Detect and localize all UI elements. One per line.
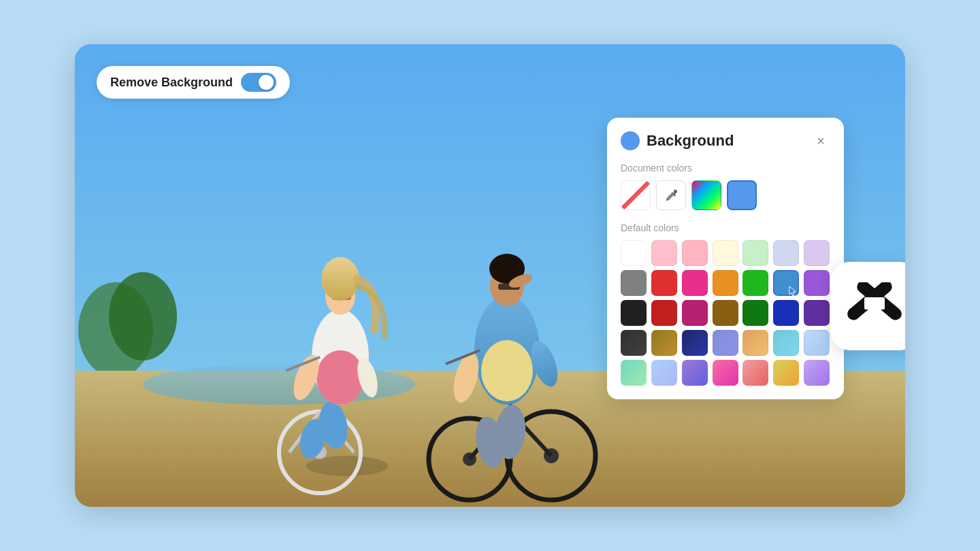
panel-header: Background ×: [621, 131, 830, 150]
color-grid-swatch-14[interactable]: [621, 300, 647, 326]
color-grid-swatch-27[interactable]: [804, 330, 830, 356]
svg-point-30: [481, 340, 533, 401]
panel-title: Background: [647, 132, 734, 150]
background-color-panel: Background × Document colors Default col…: [607, 118, 844, 399]
close-button[interactable]: ×: [811, 131, 830, 150]
color-grid-swatch-9[interactable]: [682, 270, 708, 296]
color-grid-swatch-3[interactable]: [713, 240, 738, 266]
svg-point-13: [316, 350, 364, 405]
color-grid-swatch-30[interactable]: [682, 360, 708, 386]
capcut-logo-icon: [844, 282, 905, 330]
color-grid-swatch-4[interactable]: [742, 240, 768, 266]
panel-title-group: Background: [621, 131, 734, 150]
color-grid-swatch-25[interactable]: [742, 330, 768, 356]
main-card: Remove Background Background × Document …: [75, 44, 905, 507]
toggle-switch[interactable]: [241, 73, 276, 92]
color-grid-swatch-31[interactable]: [713, 360, 738, 386]
color-grid-swatch-5[interactable]: [773, 240, 799, 266]
svg-rect-41: [864, 297, 885, 310]
toggle-knob: [259, 75, 274, 90]
color-grid-swatch-32[interactable]: [742, 360, 768, 386]
color-grid-swatch-15[interactable]: [651, 300, 677, 326]
color-grid-swatch-13[interactable]: [804, 270, 830, 296]
remove-bg-toggle[interactable]: Remove Background: [97, 66, 290, 99]
color-grid-swatch-8[interactable]: [651, 270, 677, 296]
default-colors-grid: [621, 240, 830, 386]
color-grid-swatch-33[interactable]: [773, 360, 799, 386]
transparent-color-swatch[interactable]: [621, 180, 651, 210]
svg-point-2: [109, 272, 177, 361]
color-grid-swatch-17[interactable]: [713, 300, 738, 326]
color-grid-swatch-34[interactable]: [804, 360, 830, 386]
color-grid-swatch-1[interactable]: [651, 240, 677, 266]
gradient-color-swatch[interactable]: [691, 180, 721, 210]
color-grid-swatch-21[interactable]: [621, 330, 647, 356]
color-grid-swatch-18[interactable]: [742, 300, 768, 326]
color-grid-swatch-6[interactable]: [804, 240, 830, 266]
eyedropper-button[interactable]: [656, 180, 686, 210]
color-grid-swatch-26[interactable]: [773, 330, 799, 356]
color-grid-swatch-7[interactable]: [621, 270, 647, 296]
color-grid-swatch-2[interactable]: [682, 240, 708, 266]
svg-point-38: [666, 199, 668, 201]
document-colors-label: Document colors: [621, 163, 830, 173]
default-colors-label: Default colors: [621, 222, 830, 233]
color-grid-swatch-29[interactable]: [651, 360, 677, 386]
color-grid-swatch-20[interactable]: [804, 300, 830, 326]
color-grid-swatch-28[interactable]: [621, 360, 647, 386]
selected-blue-swatch[interactable]: [727, 180, 757, 210]
color-grid-swatch-0[interactable]: [621, 240, 647, 266]
color-grid-swatch-24[interactable]: [713, 330, 738, 356]
color-grid-swatch-22[interactable]: [651, 330, 677, 356]
background-panel-icon: [621, 131, 640, 150]
toggle-label: Remove Background: [110, 76, 233, 90]
color-grid-swatch-11[interactable]: [742, 270, 768, 296]
color-grid-swatch-19[interactable]: [773, 300, 799, 326]
color-grid-swatch-16[interactable]: [682, 300, 708, 326]
capcut-badge: [830, 262, 905, 350]
color-grid-swatch-10[interactable]: [713, 270, 738, 296]
document-colors-row: [621, 180, 830, 210]
color-grid-swatch-12[interactable]: [773, 270, 799, 296]
color-grid-swatch-23[interactable]: [682, 330, 708, 356]
